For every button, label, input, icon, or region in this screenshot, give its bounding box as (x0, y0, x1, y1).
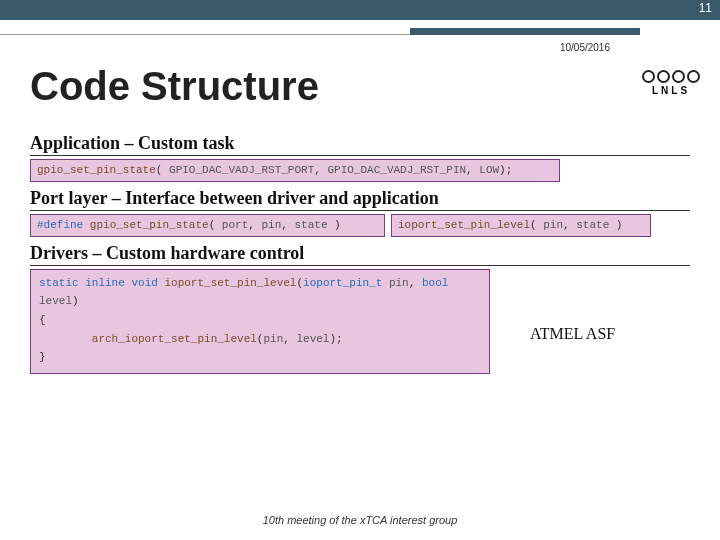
heading-drivers: Drivers – Custom hardware control (30, 243, 690, 266)
section-drivers: Drivers – Custom hardware control static… (30, 243, 690, 374)
code-port-left: #define gpio_set_pin_state( port, pin, s… (30, 214, 385, 237)
section-application: Application – Custom task gpio_set_pin_s… (30, 133, 690, 182)
rule-left (0, 34, 470, 35)
top-bar: 11 (0, 0, 720, 20)
heading-application: Application – Custom task (30, 133, 690, 156)
code-port-right: ioport_set_pin_level( pin, state ) (391, 214, 651, 237)
heading-port: Port layer – Interface between driver an… (30, 188, 690, 211)
date-label: 10/05/2016 (560, 42, 610, 53)
code-application: gpio_set_pin_state( GPIO_DAC_VADJ_RST_PO… (30, 159, 560, 182)
footer-text: 10th meeting of the xTCA interest group (0, 514, 720, 526)
page-title: Code Structure (30, 64, 720, 109)
header-rule (0, 20, 720, 38)
section-port: Port layer – Interface between driver an… (30, 188, 690, 237)
aside-label: ATMEL ASF (530, 325, 615, 343)
logo-text: LNLS (642, 85, 700, 96)
rule-right (410, 28, 640, 35)
page-number: 11 (699, 1, 712, 15)
logo-rings-icon (642, 70, 700, 83)
code-drivers: static inline void ioport_set_pin_level(… (30, 269, 490, 374)
lnls-logo: LNLS (642, 70, 700, 97)
